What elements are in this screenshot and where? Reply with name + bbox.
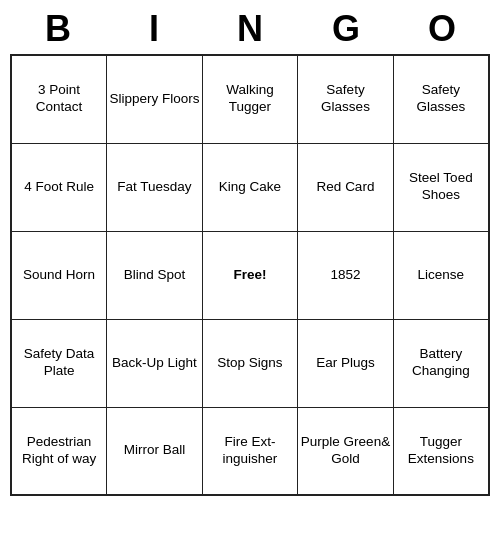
- cell-r2-c4: License: [393, 231, 489, 319]
- cell-r3-c2: Stop Signs: [202, 319, 298, 407]
- cell-r3-c4: Battery Changing: [393, 319, 489, 407]
- cell-r0-c3: Safety Glasses: [298, 55, 393, 143]
- cell-r4-c3: Purple Green& Gold: [298, 407, 393, 495]
- cell-r0-c0: 3 Point Contact: [11, 55, 107, 143]
- cell-r0-c4: Safety Glasses: [393, 55, 489, 143]
- cell-r1-c1: Fat Tuesday: [107, 143, 203, 231]
- grid-row-3: Safety Data PlateBack-Up LightStop Signs…: [11, 319, 489, 407]
- cell-r4-c0: Pedestrian Right of way: [11, 407, 107, 495]
- cell-r4-c4: Tugger Extensions: [393, 407, 489, 495]
- grid-row-1: 4 Foot RuleFat TuesdayKing CakeRed CardS…: [11, 143, 489, 231]
- bingo-letter-n: N: [202, 8, 298, 50]
- cell-r3-c1: Back-Up Light: [107, 319, 203, 407]
- cell-r4-c1: Mirror Ball: [107, 407, 203, 495]
- cell-r4-c2: Fire Ext-inguisher: [202, 407, 298, 495]
- bingo-letter-b: B: [10, 8, 106, 50]
- cell-r3-c0: Safety Data Plate: [11, 319, 107, 407]
- bingo-letter-o: O: [394, 8, 490, 50]
- bingo-letter-i: I: [106, 8, 202, 50]
- cell-r2-c0: Sound Horn: [11, 231, 107, 319]
- cell-r1-c3: Red Card: [298, 143, 393, 231]
- cell-r1-c0: 4 Foot Rule: [11, 143, 107, 231]
- grid-row-4: Pedestrian Right of wayMirror BallFire E…: [11, 407, 489, 495]
- bingo-header: BINGO: [10, 8, 490, 50]
- grid-row-0: 3 Point ContactSlippery FloorsWalking Tu…: [11, 55, 489, 143]
- bingo-grid: 3 Point ContactSlippery FloorsWalking Tu…: [10, 54, 490, 496]
- cell-r2-c2: Free!: [202, 231, 298, 319]
- cell-r0-c1: Slippery Floors: [107, 55, 203, 143]
- cell-r1-c2: King Cake: [202, 143, 298, 231]
- cell-r2-c3: 1852: [298, 231, 393, 319]
- grid-row-2: Sound HornBlind SpotFree!1852License: [11, 231, 489, 319]
- cell-r0-c2: Walking Tugger: [202, 55, 298, 143]
- cell-r3-c3: Ear Plugs: [298, 319, 393, 407]
- bingo-letter-g: G: [298, 8, 394, 50]
- cell-r1-c4: Steel Toed Shoes: [393, 143, 489, 231]
- cell-r2-c1: Blind Spot: [107, 231, 203, 319]
